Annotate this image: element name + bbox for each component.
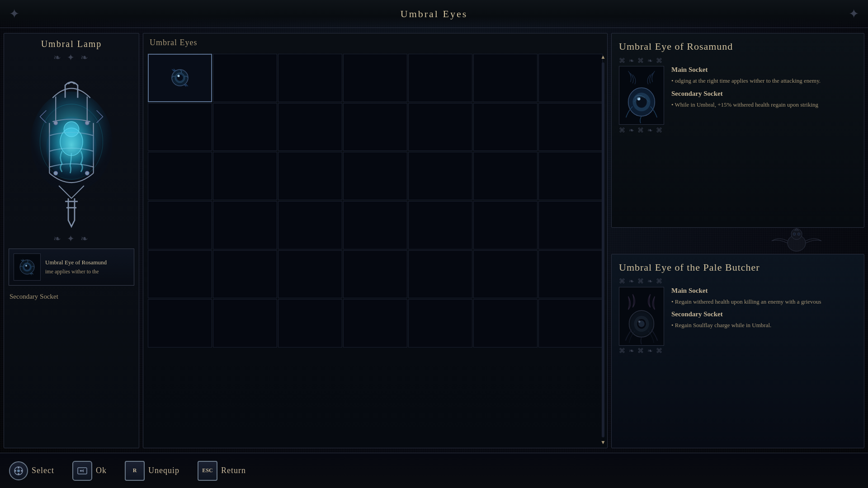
second-item-main-socket-label: Main Socket (671, 287, 857, 295)
unequip-label: Unequip (148, 466, 179, 475)
esc-key-icon[interactable]: ESC (198, 461, 217, 481)
grid-cell-2-3[interactable] (343, 152, 407, 200)
grid-cell-0-3[interactable] (343, 54, 407, 102)
second-item-icon (619, 287, 664, 346)
ok-label: Ok (96, 466, 107, 475)
second-item-card: Umbral Eye of the Pale Butcher ⌘ ❧ ⌘ ❧ ⌘ (611, 254, 864, 449)
grid-cell-0-2[interactable] (278, 54, 342, 102)
grid-cell-1-2[interactable] (278, 103, 342, 151)
scrollbar-track[interactable] (602, 62, 604, 437)
grid-cell-1-4[interactable] (408, 103, 472, 151)
r-key-icon[interactable]: R (125, 461, 145, 481)
svg-point-5 (85, 121, 89, 125)
main-layout: Umbral Lamp ❧ ✦ ❧ (0, 29, 868, 452)
grid-cell-4-5[interactable] (473, 250, 538, 299)
svg-point-11 (24, 264, 30, 270)
svg-point-32 (17, 469, 20, 472)
lamp-illustration (9, 66, 134, 230)
grid-cell-1-0[interactable] (148, 103, 212, 151)
grid-cell-0-5[interactable] (473, 54, 538, 102)
grid-cell-5-0[interactable] (148, 299, 212, 347)
scroll-up-arrow[interactable]: ▲ (600, 54, 606, 61)
grid-cell-4-3[interactable] (343, 250, 407, 299)
ok-button-icon[interactable] (72, 461, 92, 481)
svg-point-16 (178, 75, 180, 77)
second-item-main-socket-effect: Regain withered health upon killing an e… (671, 297, 857, 306)
grid-cell-5-3[interactable] (343, 299, 407, 347)
deco-top: ❧ ✦ ❧ (4, 53, 139, 62)
top-bar: ✦ Umbral Eyes ✦ (0, 0, 868, 28)
grid-cell-0-1[interactable] (213, 54, 277, 102)
control-return: ESC Return (198, 461, 246, 481)
grid-cell-3-3[interactable] (343, 201, 407, 249)
grid-cell-2-5[interactable] (473, 152, 538, 200)
grid-cell-3-5[interactable] (473, 201, 538, 249)
equipped-item-desc: ime applies wither to the (45, 267, 107, 276)
grid-cell-2-4[interactable] (408, 152, 472, 200)
svg-point-3 (64, 122, 79, 136)
select-button-icon[interactable] (9, 461, 28, 480)
between-cards-decoration (611, 230, 864, 252)
grid-cell-4-2[interactable] (278, 250, 342, 299)
grid-cell-1-1[interactable] (213, 103, 277, 151)
eyes-grid[interactable] (148, 54, 603, 347)
center-panel: Umbral Eyes ▲ ▼ (143, 33, 608, 448)
equipped-item-name: Umbral Eye of Rosamund (45, 259, 107, 266)
top-emblem-left: ✦ (9, 6, 19, 21)
grid-cell-4-6[interactable] (538, 250, 603, 299)
return-label: Return (221, 466, 246, 475)
bottom-bar: Select Ok R Unequip ESC Return (0, 453, 868, 488)
scroll-down-arrow[interactable]: ▼ (600, 439, 606, 446)
control-select: Select (9, 461, 54, 480)
lamp-image-container (4, 62, 139, 234)
left-panel-title: Umbral Lamp (4, 33, 139, 53)
grid-container[interactable]: ▲ ▼ (143, 52, 607, 448)
rosamund-eye-svg (619, 66, 664, 125)
grid-cell-4-1[interactable] (213, 250, 277, 299)
grid-cell-3-0[interactable] (148, 201, 212, 249)
control-unequip: R Unequip (125, 461, 179, 481)
grid-cell-1-5[interactable] (473, 103, 538, 151)
grid-cell-0-4[interactable] (408, 54, 472, 102)
svg-point-24 (797, 233, 800, 235)
grid-cell-4-4[interactable] (408, 250, 472, 299)
svg-point-35 (14, 470, 16, 472)
grid-cell-3-2[interactable] (278, 201, 342, 249)
grid-cell-4-0[interactable] (148, 250, 212, 299)
grid-cell-5-5[interactable] (473, 299, 538, 347)
svg-point-33 (18, 467, 19, 469)
deco-bottom: ❧ ✦ ❧ (4, 234, 139, 243)
first-item-icon (619, 66, 664, 125)
grid-cell-3-4[interactable] (408, 201, 472, 249)
equipped-item-box: Umbral Eye of Rosamund ime applies withe… (9, 249, 134, 286)
grid-cell-5-6[interactable] (538, 299, 603, 347)
center-panel-title: Umbral Eyes (143, 33, 607, 52)
grid-cell-1-3[interactable] (343, 103, 407, 151)
grid-cell-3-6[interactable] (538, 201, 603, 249)
grid-cell-2-0[interactable] (148, 152, 212, 200)
svg-point-30 (638, 320, 641, 323)
grid-cell-0-0[interactable] (148, 54, 212, 102)
eye-icon-0-0 (169, 67, 191, 89)
svg-point-12 (25, 265, 27, 267)
first-item-deco-top: ⌘ ❧ ⌘ ❧ ⌘ (619, 57, 857, 64)
grid-cell-0-6[interactable] (538, 54, 603, 102)
grid-cell-2-1[interactable] (213, 152, 277, 200)
grid-cell-1-6[interactable] (538, 103, 603, 151)
grid-cell-3-1[interactable] (213, 201, 277, 249)
second-item-deco-top: ⌘ ❧ ⌘ ❧ ⌘ (619, 278, 857, 285)
scrollbar[interactable]: ▲ ▼ (600, 52, 606, 448)
grid-cell-5-4[interactable] (408, 299, 472, 347)
top-emblem-right: ✦ (849, 6, 859, 21)
skull-bird-decoration (765, 227, 828, 254)
select-label: Select (32, 466, 54, 475)
enter-key-icon (77, 467, 87, 474)
grid-cell-5-2[interactable] (278, 299, 342, 347)
grid-cell-2-6[interactable] (538, 152, 603, 200)
grid-cell-2-2[interactable] (278, 152, 342, 200)
page-title: Umbral Eyes (401, 8, 467, 20)
second-item-secondary-socket-label: Secondary Socket (671, 310, 857, 318)
first-item-secondary-socket-label: Secondary Socket (671, 90, 857, 98)
grid-cell-5-1[interactable] (213, 299, 277, 347)
control-ok: Ok (72, 461, 107, 481)
